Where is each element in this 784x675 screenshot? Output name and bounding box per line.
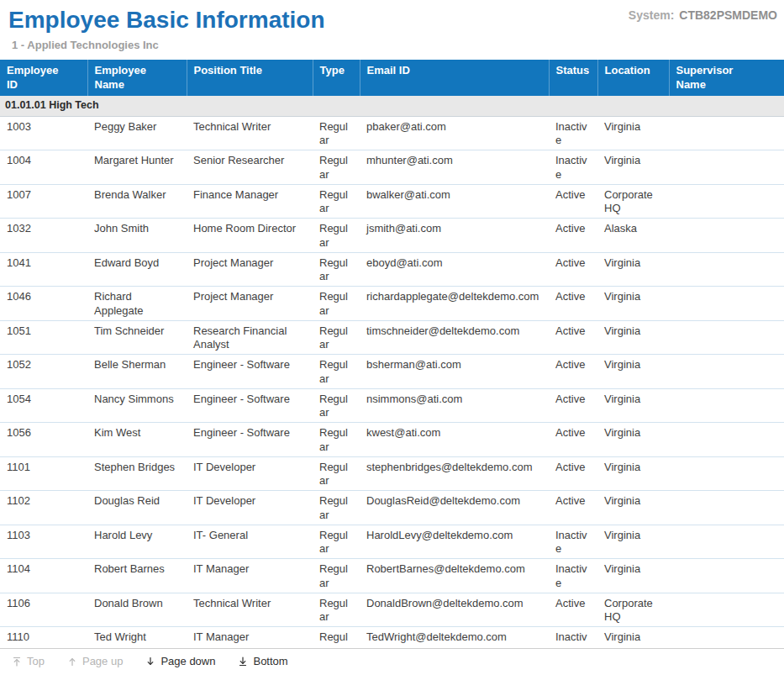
table-cell: Regular: [313, 320, 360, 355]
table-cell: 1004: [0, 150, 87, 185]
table-cell: Virginia: [597, 355, 669, 389]
table-cell: Virginia: [597, 320, 669, 355]
group-header-label: 01.01.01 High Tech: [0, 96, 784, 116]
table-cell: IT Developer: [187, 456, 313, 491]
table-cell: pbaker@ati.com: [360, 116, 549, 150]
table-cell: Active: [549, 388, 597, 423]
table-cell: IT- General: [187, 525, 313, 559]
table-cell: Research Financial Analyst: [187, 320, 313, 355]
table-cell: Inactive: [549, 559, 597, 593]
table-cell: 1041: [0, 252, 87, 287]
table-header-row: Employee ID Employee Name Position Title…: [0, 60, 784, 96]
column-header-position-title: Position Title: [187, 60, 313, 96]
table-cell: Project Manager: [187, 252, 313, 287]
table-cell: Virginia: [597, 559, 669, 593]
column-header-employee-name: Employee Name: [87, 60, 187, 96]
table-cell: [669, 355, 784, 389]
table-cell: IT Manager: [187, 559, 313, 593]
table-cell: [669, 116, 784, 150]
table-cell: Regular: [313, 593, 360, 627]
bottom-button[interactable]: Bottom: [238, 655, 287, 667]
table-cell: Regular: [313, 423, 360, 457]
employee-table: Employee ID Employee Name Position Title…: [0, 60, 784, 675]
table-cell: Alaska: [597, 219, 669, 253]
table-cell: Inactive: [549, 116, 597, 150]
table-cell: Active: [549, 456, 597, 491]
table-cell: Virginia: [597, 491, 669, 525]
table-row: 1054Nancy SimmonsEngineer - SoftwareRegu…: [0, 388, 784, 423]
table-cell: Virginia: [597, 525, 669, 559]
table-cell: Virginia: [597, 150, 669, 185]
table-cell: John Smith: [87, 219, 187, 253]
table-cell: Regular: [313, 491, 360, 525]
table-cell: 1007: [0, 184, 87, 219]
table-cell: Engineer - Software: [187, 423, 313, 457]
table-body: 01.01.01 High Tech 1003Peggy BakerTechni…: [0, 96, 784, 675]
table-cell: bwalker@ati.com: [360, 184, 549, 219]
table-row: 1101Stephen BridgesIT DeveloperRegularst…: [0, 456, 784, 491]
table-cell: Virginia: [597, 423, 669, 457]
table-cell: Virginia: [597, 456, 669, 491]
table-row: 1041Edward BoydProject ManagerRegularebo…: [0, 252, 784, 287]
table-cell: [669, 593, 784, 627]
table-row: 1103Harold LevyIT- GeneralRegularHaroldL…: [0, 525, 784, 559]
table-cell: Robert Barnes: [87, 559, 187, 593]
table-cell: [669, 287, 784, 321]
table-cell: 1032: [0, 219, 87, 253]
table-cell: Inactive: [549, 150, 597, 185]
table-cell: [669, 491, 784, 525]
column-header-location: Location: [597, 60, 669, 96]
system-value: CTB82PSMDEMO: [679, 8, 777, 22]
pagination-bar: Top Page up Page down Bottom: [0, 648, 784, 675]
table-cell: 1052: [0, 355, 87, 389]
table-cell: Active: [549, 287, 597, 321]
table-cell: Regular: [313, 150, 360, 185]
page-up-button-label: Page up: [82, 655, 123, 667]
report-page: Employee Basic Information System:CTB82P…: [0, 0, 784, 675]
table-cell: jsmith@ati.com: [360, 219, 549, 253]
table-cell: Active: [549, 252, 597, 287]
table-cell: Virginia: [597, 116, 669, 150]
table-cell: [669, 184, 784, 219]
table-cell: Virginia: [597, 252, 669, 287]
table-cell: 1101: [0, 456, 87, 491]
table-cell: 1104: [0, 559, 87, 593]
table-cell: Home Room Director: [187, 219, 313, 253]
page-up-button[interactable]: Page up: [67, 655, 123, 667]
table-cell: Inactive: [549, 525, 597, 559]
column-header-status: Status: [549, 60, 597, 96]
column-header-email-id: Email ID: [360, 60, 549, 96]
table-cell: Engineer - Software: [187, 355, 313, 389]
table-row: 1104Robert BarnesIT ManagerRegularRobert…: [0, 559, 784, 593]
table-cell: Harold Levy: [87, 525, 187, 559]
table-cell: stephenbridges@deltekdemo.com: [360, 456, 549, 491]
table-cell: Regular: [313, 559, 360, 593]
table-cell: [669, 320, 784, 355]
table-cell: Regular: [313, 184, 360, 219]
table-cell: Active: [549, 320, 597, 355]
table-cell: Donald Brown: [87, 593, 187, 627]
table-cell: Tim Schneider: [87, 320, 187, 355]
table-row: 1052Belle ShermanEngineer - SoftwareRegu…: [0, 355, 784, 389]
table-cell: 1056: [0, 423, 87, 457]
table-cell: Douglas Reid: [87, 491, 187, 525]
table-row: 1106Donald BrownTechnical WriterRegularD…: [0, 593, 784, 627]
table-cell: Active: [549, 593, 597, 627]
column-header-label: Employee ID: [7, 64, 69, 92]
table-cell: 1102: [0, 491, 87, 525]
table-cell: [669, 423, 784, 457]
top-button[interactable]: Top: [12, 655, 45, 667]
table-row: 1003Peggy BakerTechnical WriterRegularpb…: [0, 116, 784, 150]
company-name: 1 - Applied Technologies Inc: [12, 39, 776, 51]
table-cell: Regular: [313, 252, 360, 287]
table-row: 1102Douglas ReidIT DeveloperRegularDougl…: [0, 491, 784, 525]
table-cell: [669, 252, 784, 287]
table-cell: HaroldLevy@deltekdemo.com: [360, 525, 549, 559]
system-info: System:CTB82PSMDEMO: [629, 8, 777, 22]
table-cell: Belle Sherman: [87, 355, 187, 389]
table-cell: Active: [549, 184, 597, 219]
table-cell: DonaldBrown@deltekdemo.com: [360, 593, 549, 627]
page-down-button[interactable]: Page down: [145, 655, 215, 667]
table-cell: nsimmons@ati.com: [360, 388, 549, 423]
table-cell: RobertBarnes@deltekdemo.com: [360, 559, 549, 593]
